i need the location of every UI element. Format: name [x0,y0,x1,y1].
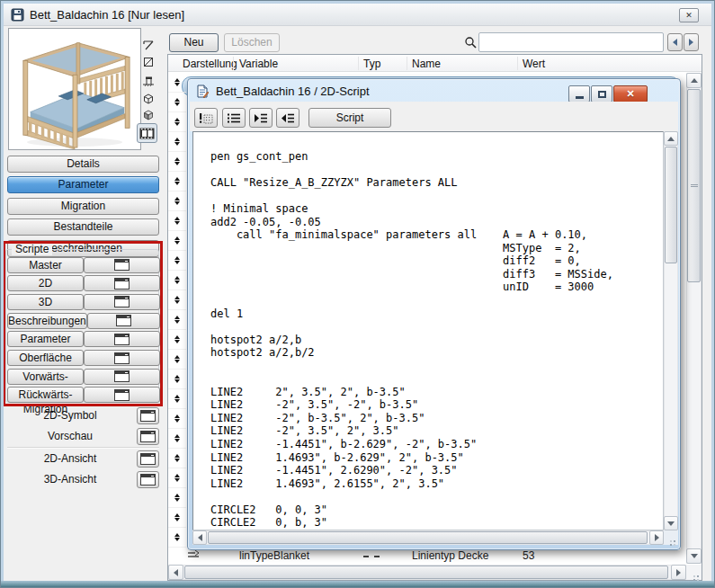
indent-button[interactable] [249,108,273,128]
column-darstellung[interactable]: Darstellung [183,58,237,70]
script-button[interactable]: Parameter [7,331,84,347]
row-drag-handle-icon[interactable] [168,488,186,508]
object-on-ground-icon[interactable] [141,75,156,87]
script-button[interactable]: Rückwärts-Migration [7,387,84,403]
row-drag-handle-icon[interactable] [168,330,186,350]
row-name: Linientyp Decke [412,549,488,562]
vertical-scroll-thumb[interactable] [687,89,701,282]
arrow-up-icon [667,137,675,141]
open-script-window-button[interactable] [84,257,160,273]
row-drag-handle-icon[interactable] [168,429,186,449]
row-handle-strip [168,73,186,548]
open-script-window-button[interactable] [84,369,160,385]
open-script-window-button[interactable] [84,275,160,291]
solid-cube-icon[interactable] [141,109,156,121]
column-name[interactable]: Name [412,58,441,70]
sidebar-item-details[interactable]: Details [7,156,159,173]
row-drag-handle-icon[interactable] [168,231,186,251]
search-input[interactable] [478,32,664,52]
open-script-window-button[interactable] [84,331,160,347]
open-script-window-button[interactable] [84,350,160,366]
open-script-window-button[interactable] [84,294,160,310]
script-button[interactable]: 2D [7,275,84,291]
outdent-button[interactable] [276,108,299,128]
new-button[interactable]: Neu [169,33,219,52]
script-row: Parameter [7,331,160,348]
row-drag-handle-icon[interactable] [168,370,186,389]
script-editor[interactable]: pen gs_cont_pen CALL "Resize_A_B_ZZYZX" … [192,131,664,530]
arrow-left-icon [673,39,677,46]
row-drag-handle-icon[interactable] [168,152,186,172]
check-script-button[interactable]: Script überprüfen [308,108,391,128]
script-button[interactable]: Vorwärts-Migration [7,369,84,385]
row-drag-handle-icon[interactable] [168,310,186,330]
line-numbers-button[interactable] [222,108,246,128]
row-drag-handle-icon[interactable] [168,93,186,112]
scroll-up-button[interactable] [664,131,678,146]
arrow-right-icon [676,569,681,576]
scroll-right-button[interactable] [649,530,664,545]
arrow-left-icon [174,569,178,576]
delete-button[interactable]: Löschen [224,33,280,52]
resize-grip-icon[interactable] [664,530,678,545]
scroll-up-button[interactable] [686,73,702,88]
row-drag-handle-icon[interactable] [168,172,186,192]
row-drag-handle-icon[interactable] [168,73,186,93]
scroll-down-button[interactable] [686,548,702,564]
row-drag-handle-icon[interactable] [168,290,186,310]
horizontal-scroll-thumb[interactable] [184,566,668,579]
script-button[interactable]: Beschreibungen [7,313,87,329]
search-next-button[interactable] [684,33,699,51]
row-drag-handle-icon[interactable] [168,350,186,370]
script-button[interactable]: Master [7,257,84,273]
maximize-icon[interactable] [591,85,612,102]
window-titlebar[interactable]: Bett_Baldachin 16 [Nur lesen] [4,4,711,26]
open-script-window-button[interactable] [84,387,160,403]
open-script-window-button[interactable] [87,313,160,329]
row-drag-handle-icon[interactable] [168,251,186,271]
close-icon[interactable]: ✕ [679,8,699,22]
row-drag-handle-icon[interactable] [168,389,186,409]
minimize-icon[interactable] [568,85,590,102]
scroll-left-button[interactable] [168,565,183,580]
open-2d-ansicht-button[interactable] [137,450,159,468]
open-vorschau-button[interactable] [137,428,159,445]
row-drag-handle-icon[interactable] [168,112,186,132]
table-header[interactable]: Darstellung Variable Typ Name Wert [168,55,702,72]
row-drag-handle-icon[interactable] [168,132,186,152]
resize-grip-icon[interactable] [686,565,702,580]
bed-preview-image [9,29,140,149]
row-drag-handle-icon[interactable] [168,211,186,231]
scroll-left-button[interactable] [192,530,207,545]
sidebar-item-parameter[interactable]: Parameter [7,176,159,193]
script-button[interactable]: 3D [7,294,84,310]
scroll-down-button[interactable] [664,516,678,530]
column-typ[interactable]: Typ [363,58,380,70]
row-drag-handle-icon[interactable] [168,449,186,468]
row-drag-handle-icon[interactable] [168,409,186,429]
check-script-icon-button[interactable] [194,108,218,128]
sidebar-item-migration[interactable]: Migration [7,198,159,215]
2d-symbol-view-icon[interactable] [141,56,156,68]
script-code[interactable]: pen gs_cont_pen CALL "Resize_A_B_ZZYZX" … [193,132,663,530]
preview-picture-button[interactable] [137,123,157,143]
open-2d-symbol-button[interactable] [137,407,159,424]
vertical-scroll-thumb[interactable] [665,147,677,263]
sidebar-item-bestandteile[interactable]: Bestandteile [7,218,159,236]
column-variable[interactable]: Variable [239,58,278,70]
row-drag-handle-icon[interactable] [168,508,186,528]
script-button[interactable]: Oberfläche [7,350,84,366]
row-drag-handle-icon[interactable] [168,192,186,211]
wireframe-cube-icon[interactable] [141,93,156,105]
row-drag-handle-icon[interactable] [168,528,186,548]
window-border-top [0,0,715,4]
horizontal-scroll-thumb[interactable] [208,531,648,544]
search-prev-button[interactable] [667,33,683,51]
row-drag-handle-icon[interactable] [168,271,186,290]
scroll-right-button[interactable] [671,565,686,580]
2d-drawing-icon[interactable] [141,38,156,50]
open-3d-ansicht-button[interactable] [137,471,159,488]
column-wert[interactable]: Wert [523,58,545,70]
close-icon[interactable]: ✕ [613,85,648,102]
row-drag-handle-icon[interactable] [168,468,186,488]
